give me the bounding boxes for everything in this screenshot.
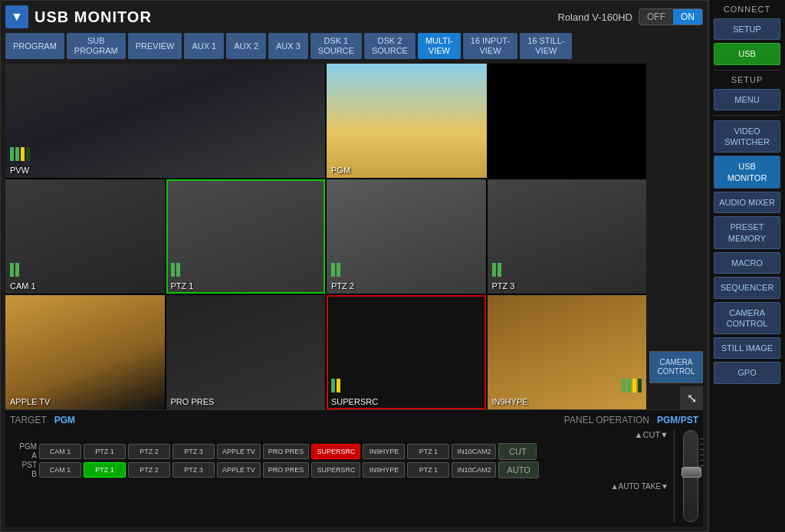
pgm-in9hype-btn[interactable]: IN9HYPE [363, 444, 405, 460]
pst-row-label: PSTB [10, 461, 37, 479]
fader-dash [700, 444, 704, 445]
pgm-appletv-btn[interactable]: APPLE TV [217, 444, 261, 460]
toggle-on-button[interactable]: ON [673, 9, 702, 25]
pst-appletv-btn[interactable]: APPLE TV [217, 462, 261, 478]
cell-label-pvw: PVW [10, 166, 29, 175]
pst-ptz2-btn[interactable]: PTZ 2 [128, 462, 170, 478]
video-cell-pro-pres[interactable]: PRO PRES [166, 295, 326, 409]
resize-icon[interactable]: ⤡ [680, 386, 703, 409]
right-panel: CONNECT SETUP USB SETUP MENU VIDEOSWITCH… [708, 0, 785, 532]
pst-switcher-row: PSTB CAM 1 PTZ 1 PTZ 2 PTZ 3 APPLE TV PR… [10, 461, 668, 479]
cut-button[interactable]: CUT [498, 443, 537, 460]
camera-control-button[interactable]: CAMERACONTROL [649, 351, 703, 383]
left-panel: ▼ USB MONITOR Roland V-160HD OFF ON PROG… [0, 0, 708, 532]
tab-16inputview[interactable]: 16 INPUT-VIEW [463, 33, 517, 59]
pgm-ptz1-btn[interactable]: PTZ 1 [84, 444, 126, 460]
device-name: Roland V-160HD [557, 11, 632, 23]
usb-button[interactable]: USB [714, 43, 780, 64]
fader-dashes [700, 438, 704, 466]
switcher-section: ▲CUT▼ PGMA CAM 1 PTZ 1 PTZ 2 PTZ 3 APPLE… [10, 430, 668, 491]
video-cell-cam-1[interactable]: CAM 1 [5, 179, 165, 294]
fader-dash [700, 460, 704, 461]
tab-aux2[interactable]: AUX 2 [226, 33, 266, 59]
tab-preview[interactable]: PREVIEW [128, 33, 182, 59]
tab-aux3[interactable]: AUX 3 [268, 33, 308, 59]
fader-track[interactable] [683, 430, 698, 522]
tab-aux1[interactable]: AUX 1 [184, 33, 224, 59]
video-cell-apple-tv[interactable]: APPLE TV [5, 295, 165, 409]
divider-1 [714, 70, 780, 71]
pgm-ptz3-btn[interactable]: PTZ 3 [172, 444, 215, 460]
pst-in9hype-btn[interactable]: IN9HYPE [363, 462, 405, 478]
cell-label-pro-pres: PRO PRES [171, 397, 215, 406]
pst-in10cam2-btn[interactable]: IN10CAM2 [452, 462, 496, 478]
video-cell-pvw[interactable]: PVW [5, 64, 325, 178]
still-image-button[interactable]: STILL IMAGE [714, 337, 780, 359]
fader-dash [700, 449, 704, 450]
pgm-ptz1b-btn[interactable]: PTZ 1 [407, 444, 449, 460]
macro-button[interactable]: MACRO [714, 252, 780, 274]
fader-dash [700, 465, 704, 466]
monitor-area: PVWPGMCAM 1PTZ 1PTZ 2PTZ 3APPLE TVPRO PR… [5, 64, 703, 409]
video-cell-ptz-3[interactable]: PTZ 3 [488, 179, 647, 294]
video-cell-ptz-2[interactable]: PTZ 2 [327, 179, 486, 294]
cell-label-ptz-2: PTZ 2 [331, 281, 354, 291]
tab-multiview[interactable]: MULTI-VIEW [418, 33, 461, 59]
camera-control-right-button[interactable]: CAMERACONTROL [714, 302, 780, 335]
video-switcher-button[interactable]: VIDEOSWITCHER [714, 120, 780, 153]
cell-label-ptz-1: PTZ 1 [171, 281, 194, 291]
pgm-supersrc-btn[interactable]: SUPERSRC [311, 444, 360, 460]
pst-supersrc-btn[interactable]: SUPERSRC [311, 462, 360, 478]
usb-monitor-button[interactable]: USBMONITOR [714, 156, 780, 189]
cell-label-pgm: PGM [331, 166, 350, 175]
pst-cam1-btn[interactable]: CAM 1 [39, 462, 81, 478]
toggle-off-button[interactable]: OFF [639, 9, 673, 25]
pgm-cam1-btn[interactable]: CAM 1 [39, 444, 81, 460]
tab-16stillview[interactable]: 16 STILL-VIEW [520, 33, 572, 59]
pst-ptz1b-btn[interactable]: PTZ 1 [407, 462, 449, 478]
auto-button[interactable]: AUTO [498, 461, 538, 478]
bottom-section: TARGET PGM PANEL OPERATION PGM/PST ▲CUT▼… [5, 409, 703, 527]
header: ▼ USB MONITOR Roland V-160HD OFF ON [5, 5, 703, 28]
pst-ptz3-btn[interactable]: PTZ 3 [172, 462, 215, 478]
pgm-ptz2-btn[interactable]: PTZ 2 [128, 444, 170, 460]
fader-handle[interactable] [682, 467, 701, 478]
camera-control-side: CAMERACONTROL ⤡ [649, 64, 703, 409]
cell-label-in9hype: IN9HYPE [492, 397, 528, 406]
pst-propres-btn[interactable]: PRO PRES [263, 462, 310, 478]
cell-label-supersrc: SUPERSRC [331, 397, 378, 406]
video-cell-ptz-1[interactable]: PTZ 1 [166, 179, 326, 294]
panel-info-row: TARGET PGM PANEL OPERATION PGM/PST [10, 415, 698, 425]
pgm-switcher-row: PGMA CAM 1 PTZ 1 PTZ 2 PTZ 3 APPLE TV PR… [10, 442, 668, 461]
pgm-propres-btn[interactable]: PRO PRES [263, 444, 310, 460]
video-cell-supersrc[interactable]: SUPERSRC [327, 295, 486, 409]
pst-ptz1-btn[interactable]: PTZ 1 [84, 462, 126, 478]
fader-dash [700, 438, 704, 439]
panel-operation-value: PGM/PST [657, 415, 698, 425]
nav-tabs: PROGRAM SUBPROGRAM PREVIEW AUX 1 AUX 2 A… [5, 33, 703, 59]
tab-dsk1source[interactable]: DSK 1SOURCE [310, 33, 362, 59]
preset-memory-button[interactable]: PRESETMEMORY [714, 216, 780, 249]
auto-take-row: ▲AUTO TAKE▼ [10, 482, 668, 491]
app-title: USB MONITOR [34, 8, 152, 26]
pgm-in10cam2-btn[interactable]: IN10CAM2 [452, 444, 496, 460]
fader-area [683, 430, 698, 522]
audio-mixer-button[interactable]: AUDIO MIXER [714, 192, 780, 213]
vertical-divider [674, 430, 675, 522]
target-value: PGM [54, 415, 75, 425]
power-toggle[interactable]: OFF ON [639, 8, 703, 25]
video-grid: PVWPGMCAM 1PTZ 1PTZ 2PTZ 3APPLE TVPRO PR… [5, 64, 646, 409]
tab-dsk2source[interactable]: DSK 2SOURCE [364, 33, 415, 59]
menu-button[interactable]: MENU [714, 89, 780, 110]
setup-button[interactable]: SETUP [714, 18, 780, 40]
cell-label-cam-1: CAM 1 [10, 281, 36, 291]
app-logo: ▼ [5, 5, 28, 28]
video-cell-in9hype[interactable]: IN9HYPE [488, 295, 647, 409]
tab-sub-program[interactable]: SUBPROGRAM [67, 33, 126, 59]
gpo-button[interactable]: GPO [714, 362, 780, 383]
cell-label-apple-tv: APPLE TV [10, 397, 50, 406]
tab-program[interactable]: PROGRAM [5, 33, 64, 59]
video-cell-pgm[interactable]: PGM [327, 64, 646, 178]
connect-section-header: CONNECT [714, 5, 780, 14]
sequencer-button[interactable]: SEQUENCER [714, 277, 780, 298]
